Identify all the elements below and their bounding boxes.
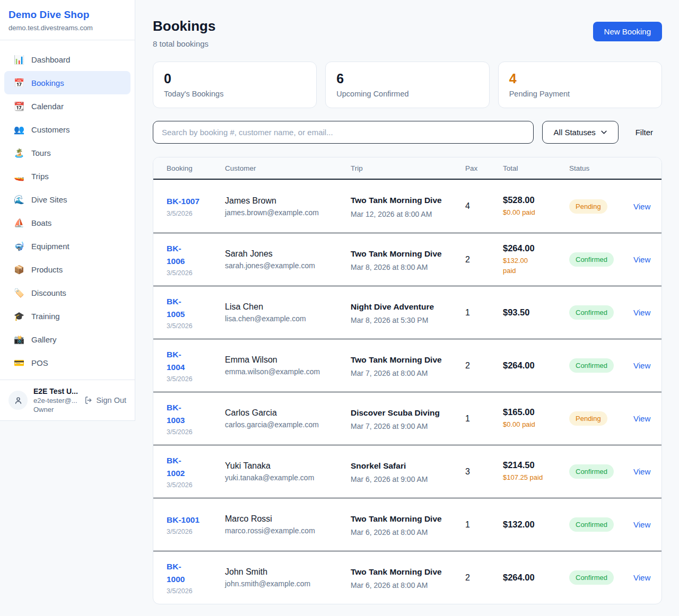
customer-email: carlos.garcia@example.com xyxy=(225,420,345,429)
package-icon: 📦 xyxy=(14,265,24,275)
view-link[interactable]: View xyxy=(633,361,651,370)
bar-chart-icon: 📊 xyxy=(14,55,24,65)
status-cell: Confirmed xyxy=(569,305,633,320)
sidebar-item-label: POS xyxy=(31,358,48,367)
total-amount: $264.00 xyxy=(503,243,564,253)
trip-datetime: Mar 6, 2026 at 8:00 AM xyxy=(351,528,460,536)
booking-cell: BK-10043/5/2026 xyxy=(167,348,225,383)
booking-link[interactable]: BK-1003 xyxy=(167,401,185,427)
sidebar-item-trips[interactable]: 🚤Trips xyxy=(4,164,130,188)
sidebar-item-gallery[interactable]: 📸Gallery xyxy=(4,328,130,351)
sidebar-item-label: Dive Sites xyxy=(31,195,67,204)
booking-link[interactable]: BK-1000 xyxy=(167,560,185,586)
sidebar-item-discounts[interactable]: 🏷️Discounts xyxy=(4,281,130,304)
trip-datetime: Mar 8, 2026 at 5:30 PM xyxy=(351,316,460,324)
customer-cell: Carlos Garciacarlos.garcia@example.com xyxy=(225,408,351,429)
customer-email: john.smith@example.com xyxy=(225,579,345,588)
view-link[interactable]: View xyxy=(633,202,651,211)
table-header: Booking Customer Trip Pax Total Status xyxy=(153,157,661,180)
booking-link[interactable]: BK-1006 xyxy=(167,242,185,268)
booking-link[interactable]: BK-1004 xyxy=(167,348,185,374)
customer-name: John Smith xyxy=(225,567,345,577)
table-row: BK-10043/5/2026Emma Wilsonemma.wilson@ex… xyxy=(153,339,661,392)
sidebar-item-dive-sites[interactable]: 🌊Dive Sites xyxy=(4,188,130,211)
sidebar-item-equipment[interactable]: 🤿Equipment xyxy=(4,234,130,258)
view-link[interactable]: View xyxy=(633,255,651,264)
trip-name: Two Tank Morning Dive xyxy=(351,194,442,207)
trip-name: Two Tank Morning Dive xyxy=(351,566,442,578)
page-title-block: Bookings 8 total bookings xyxy=(153,18,215,48)
view-link[interactable]: View xyxy=(633,467,651,476)
calendar-icon: 📅 xyxy=(14,78,24,88)
customer-email: sarah.jones@example.com xyxy=(225,261,345,270)
stat-card-todays-bookings: 0 Today's Bookings xyxy=(153,61,317,108)
sailboat-icon: ⛵ xyxy=(14,218,24,228)
booking-link[interactable]: BK-1007 xyxy=(167,195,199,208)
status-cell: Pending xyxy=(569,199,633,214)
sidebar-item-pos[interactable]: 💳POS xyxy=(4,351,130,374)
sidebar-item-calendar[interactable]: 📆Calendar xyxy=(4,94,130,118)
stat-card-upcoming-confirmed: 6 Upcoming Confirmed xyxy=(325,61,489,108)
sidebar-item-dashboard[interactable]: 📊Dashboard xyxy=(4,48,130,71)
customer-name: Marco Rossi xyxy=(225,514,345,524)
stat-card-pending-payment: 4 Pending Payment xyxy=(498,61,662,108)
sidebar-item-products[interactable]: 📦Products xyxy=(4,258,130,281)
total-amount: $93.50 xyxy=(503,307,564,318)
column-header-trip: Trip xyxy=(351,164,465,172)
status-badge: Confirmed xyxy=(569,517,614,532)
booking-date: 3/5/2026 xyxy=(167,322,220,330)
column-header-booking: Booking xyxy=(167,164,225,172)
sidebar-item-bookings[interactable]: 📅Bookings xyxy=(4,71,130,94)
sidebar-item-label: Calendar xyxy=(31,102,64,111)
booking-date: 3/5/2026 xyxy=(167,269,220,277)
trip-name: Two Tank Morning Dive xyxy=(351,248,442,260)
booking-date: 3/5/2026 xyxy=(167,528,220,535)
sidebar-item-boats[interactable]: ⛵Boats xyxy=(4,211,130,234)
view-link[interactable]: View xyxy=(633,308,651,317)
trip-cell: Two Tank Morning DiveMar 7, 2026 at 8:00… xyxy=(351,354,465,377)
view-link[interactable]: View xyxy=(633,520,651,529)
status-selected-value: All Statuses xyxy=(554,128,596,137)
table-row: BK-10073/5/2026James Brownjames.brown@ex… xyxy=(153,180,661,233)
booking-link[interactable]: BK-1001 xyxy=(167,514,199,526)
sidebar-item-tours[interactable]: 🏝️Tours xyxy=(4,141,130,164)
booking-link[interactable]: BK-1005 xyxy=(167,295,185,321)
customer-name: Emma Wilson xyxy=(225,355,345,365)
sidebar-item-label: Boats xyxy=(31,218,51,227)
total-amount: $264.00 xyxy=(503,360,564,371)
search-input[interactable] xyxy=(153,121,534,144)
sign-out-button[interactable]: Sign Out xyxy=(84,396,126,404)
total-cell: $264.00 xyxy=(503,573,569,583)
sidebar-item-training[interactable]: 🎓Training xyxy=(4,304,130,328)
shop-name: Demo Dive Shop xyxy=(8,9,126,21)
booking-cell: BK-10013/5/2026 xyxy=(167,514,225,535)
column-header-total: Total xyxy=(503,164,569,172)
booking-date: 3/5/2026 xyxy=(167,428,220,436)
user-section: E2E Test U... e2e-tester@... Owner Sign … xyxy=(0,380,135,420)
status-filter-select[interactable]: All Statuses xyxy=(542,121,619,144)
total-amount: $214.50 xyxy=(503,460,564,470)
user-info: E2E Test U... e2e-tester@... Owner xyxy=(33,387,79,413)
customer-email: marco.rossi@example.com xyxy=(225,526,345,535)
sidebar-item-customers[interactable]: 👥Customers xyxy=(4,118,130,141)
filter-button[interactable]: Filter xyxy=(636,128,653,137)
bookings-table: Booking Customer Trip Pax Total Status B… xyxy=(153,157,662,604)
total-amount: $264.00 xyxy=(503,573,564,583)
total-cell: $165.00$0.00 paid xyxy=(503,407,569,430)
new-booking-button[interactable]: New Booking xyxy=(593,22,662,41)
total-cell: $264.00$132.00paid xyxy=(503,243,569,276)
customer-name: Sarah Jones xyxy=(225,249,345,259)
booking-link[interactable]: BK-1002 xyxy=(167,454,185,480)
view-link[interactable]: View xyxy=(633,414,651,423)
booking-cell: BK-10023/5/2026 xyxy=(167,454,225,489)
customer-cell: Marco Rossimarco.rossi@example.com xyxy=(225,514,351,535)
pax-count: 1 xyxy=(465,308,503,318)
user-role: Owner xyxy=(33,406,79,413)
table-row: BK-10033/5/2026Carlos Garciacarlos.garci… xyxy=(153,392,661,445)
trip-cell: Snorkel SafariMar 6, 2026 at 9:00 AM xyxy=(351,460,465,483)
sign-out-icon xyxy=(84,396,93,404)
trip-cell: Discover Scuba DivingMar 7, 2026 at 9:00… xyxy=(351,407,465,430)
status-badge: Confirmed xyxy=(569,464,614,479)
view-link[interactable]: View xyxy=(633,573,651,582)
sign-out-label: Sign Out xyxy=(97,396,126,404)
